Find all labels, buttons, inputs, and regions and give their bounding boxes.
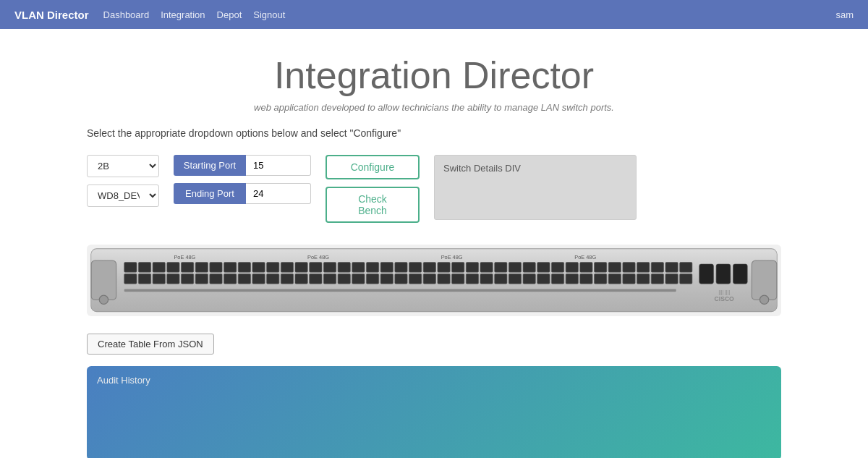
svg-rect-21: [138, 274, 150, 284]
svg-rect-77: [651, 263, 663, 273]
svg-rect-20: [124, 274, 137, 284]
svg-rect-2: [91, 260, 116, 300]
svg-rect-23: [167, 274, 179, 284]
svg-rect-53: [452, 263, 464, 273]
starting-port-label: Starting Port: [174, 155, 246, 176]
create-table-button[interactable]: Create Table From JSON: [87, 334, 214, 355]
audit-history-label: Audit History: [97, 375, 150, 386]
svg-rect-32: [295, 263, 307, 273]
hero-subtitle: web application developed to allow techn…: [14, 102, 854, 113]
svg-rect-59: [537, 263, 550, 273]
svg-rect-15: [195, 263, 208, 273]
svg-rect-42: [295, 274, 307, 284]
svg-rect-57: [509, 263, 521, 273]
ending-port-label: Ending Port: [174, 183, 246, 204]
svg-rect-33: [310, 263, 322, 273]
svg-rect-45: [338, 274, 350, 284]
svg-rect-48: [380, 274, 393, 284]
dropdown-select-1[interactable]: 2B 2C 2D: [87, 155, 159, 177]
svg-rect-41: [281, 274, 293, 284]
svg-rect-69: [537, 274, 550, 284]
svg-point-5: [760, 295, 768, 304]
switch-image-svg: PoE 48G PoE 48G PoE 48G PoE 48G: [87, 245, 781, 315]
svg-rect-47: [366, 274, 378, 284]
switch-details-div: Switch Details DIV: [434, 155, 637, 220]
svg-rect-68: [523, 274, 535, 284]
port-fields: Starting Port Ending Port: [174, 155, 311, 204]
ending-port-input[interactable]: [246, 183, 311, 204]
svg-rect-44: [323, 274, 336, 284]
nav-link-dashboard[interactable]: Dashboard: [103, 9, 150, 20]
svg-rect-76: [637, 263, 650, 273]
svg-rect-38: [380, 263, 393, 273]
svg-rect-25: [195, 274, 208, 284]
svg-rect-49: [395, 274, 407, 284]
svg-rect-83: [595, 274, 607, 284]
svg-rect-19: [252, 263, 265, 273]
switch-image-container: PoE 48G PoE 48G PoE 48G PoE 48G: [87, 245, 781, 315]
action-buttons: Configure Check Bench: [326, 155, 420, 223]
svg-rect-60: [409, 274, 422, 284]
nav-user: sam: [835, 9, 854, 20]
svg-rect-56: [495, 263, 507, 273]
svg-rect-61: [423, 274, 435, 284]
svg-rect-70: [551, 263, 563, 273]
svg-rect-46: [352, 274, 365, 284]
svg-rect-91: [716, 264, 731, 284]
navbar: VLAN Director Dashboard Integration Depo…: [0, 0, 868, 29]
svg-rect-16: [210, 263, 222, 273]
ending-port-row: Ending Port: [174, 183, 311, 204]
page-title: Integration Director: [14, 55, 854, 96]
svg-rect-66: [495, 274, 507, 284]
svg-text:PoE 48G: PoE 48G: [307, 254, 329, 260]
svg-rect-26: [210, 274, 222, 284]
starting-port-row: Starting Port: [174, 155, 311, 176]
svg-rect-12: [153, 263, 165, 273]
instruction-text: Select the appropriate dropdown options …: [87, 127, 781, 139]
dropdown-group: 2B 2C 2D WD8_DEV WD8_PROD: [87, 155, 159, 207]
nav-link-depot[interactable]: Depot: [217, 9, 242, 20]
svg-rect-30: [267, 263, 279, 273]
svg-rect-88: [665, 274, 678, 284]
svg-text:CISCO: CISCO: [715, 295, 735, 302]
svg-rect-36: [352, 263, 365, 273]
svg-rect-40: [267, 274, 279, 284]
svg-rect-65: [480, 274, 493, 284]
checkbench-button[interactable]: Check Bench: [326, 187, 420, 223]
svg-rect-27: [224, 274, 237, 284]
svg-rect-74: [608, 263, 621, 273]
svg-rect-89: [680, 274, 692, 284]
configure-button[interactable]: Configure: [326, 155, 420, 179]
svg-rect-63: [452, 274, 464, 284]
dropdown-select-2[interactable]: WD8_DEV WD8_PROD: [87, 185, 159, 207]
svg-rect-81: [566, 274, 578, 284]
starting-port-input[interactable]: [246, 155, 311, 176]
svg-rect-4: [752, 260, 776, 300]
svg-rect-62: [438, 274, 450, 284]
svg-rect-95: [124, 289, 676, 292]
svg-text:PoE 48G: PoE 48G: [574, 254, 596, 260]
svg-rect-34: [323, 263, 336, 273]
svg-rect-54: [466, 263, 478, 273]
svg-rect-73: [595, 263, 607, 273]
svg-rect-72: [580, 263, 592, 273]
svg-rect-64: [466, 274, 478, 284]
nav-brand: VLAN Director: [14, 9, 89, 21]
nav-link-integration[interactable]: Integration: [161, 9, 205, 20]
svg-text:PoE 48G: PoE 48G: [174, 254, 195, 260]
svg-text:PoE 48G: PoE 48G: [441, 254, 463, 260]
svg-rect-92: [733, 264, 748, 284]
svg-rect-90: [699, 264, 714, 284]
svg-rect-78: [665, 263, 678, 273]
nav-link-signout[interactable]: Signout: [253, 9, 285, 20]
svg-rect-29: [252, 274, 265, 284]
svg-rect-22: [153, 274, 165, 284]
svg-rect-35: [338, 263, 350, 273]
audit-history-section: Audit History: [87, 366, 781, 458]
svg-rect-11: [138, 263, 150, 273]
svg-rect-84: [608, 274, 621, 284]
svg-rect-18: [238, 263, 250, 273]
svg-rect-79: [680, 263, 692, 273]
switch-details-label: Switch Details DIV: [443, 163, 521, 174]
svg-rect-50: [409, 263, 422, 273]
